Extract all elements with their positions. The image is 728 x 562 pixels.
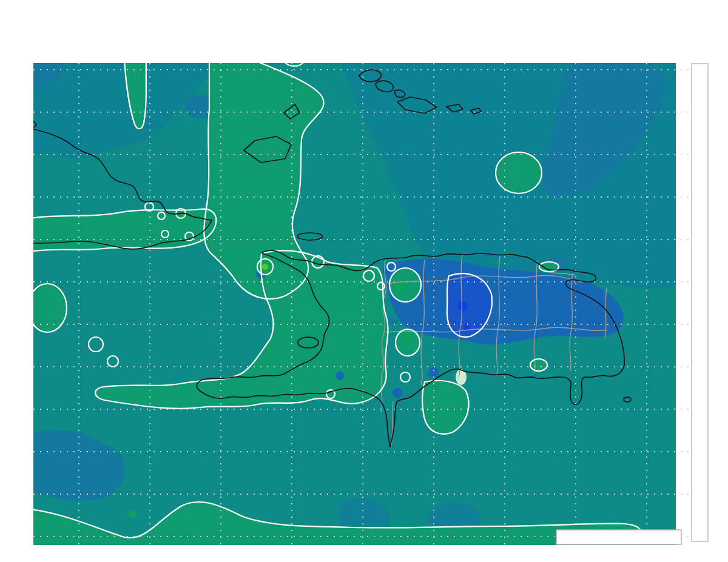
temperature-shading bbox=[28, 61, 679, 549]
weather-map-page bbox=[0, 0, 728, 562]
weather-map-canvas bbox=[0, 0, 728, 562]
colorbar bbox=[692, 64, 708, 541]
